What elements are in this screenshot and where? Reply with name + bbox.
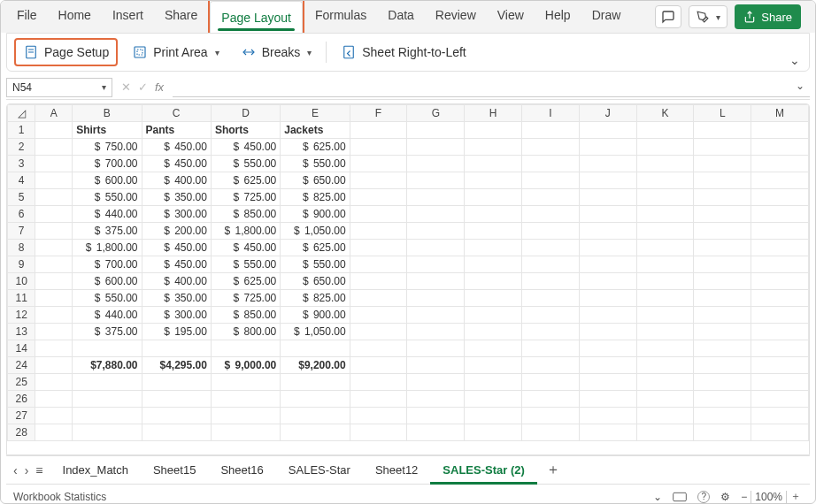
- cell[interactable]: $1,800.00: [211, 223, 280, 240]
- cell[interactable]: $650.00: [281, 273, 350, 290]
- cell[interactable]: [465, 189, 522, 206]
- cell[interactable]: [579, 122, 636, 139]
- enter-formula-icon[interactable]: ✓: [138, 80, 148, 94]
- tab-share[interactable]: Share: [154, 0, 208, 31]
- cell[interactable]: [211, 340, 280, 357]
- spreadsheet-grid[interactable]: ◿ABCDEFGHIJKLM1ShirtsPantsShortsJackets2…: [6, 103, 810, 455]
- cell[interactable]: [521, 290, 579, 307]
- cell[interactable]: [579, 424, 636, 441]
- cell[interactable]: [142, 340, 211, 357]
- cell[interactable]: [751, 122, 809, 139]
- comments-button[interactable]: [655, 5, 681, 28]
- cell[interactable]: $625.00: [211, 172, 280, 189]
- row-header[interactable]: 28: [8, 424, 35, 441]
- cell[interactable]: [694, 357, 751, 374]
- cell[interactable]: [73, 340, 142, 357]
- col-header[interactable]: A: [35, 105, 73, 122]
- cell[interactable]: [636, 357, 694, 374]
- cell[interactable]: [751, 189, 809, 206]
- cell[interactable]: [281, 391, 350, 408]
- row-header[interactable]: 3: [8, 156, 35, 172]
- col-header[interactable]: B: [73, 105, 142, 122]
- cell[interactable]: [521, 424, 579, 441]
- cell[interactable]: [350, 240, 407, 256]
- cell[interactable]: [35, 324, 73, 340]
- editing-mode-button[interactable]: ▾: [689, 5, 727, 28]
- cell[interactable]: [636, 340, 694, 357]
- print-area-button[interactable]: Print Area ▾: [125, 38, 226, 66]
- keyboard-icon[interactable]: [673, 492, 687, 502]
- cell[interactable]: [579, 290, 636, 307]
- workbook-statistics[interactable]: Workbook Statistics: [6, 491, 653, 503]
- cell[interactable]: [281, 340, 350, 357]
- cell[interactable]: [751, 156, 809, 172]
- cell[interactable]: [579, 206, 636, 223]
- cell[interactable]: [35, 357, 73, 374]
- cell[interactable]: [751, 357, 809, 374]
- all-sheets-button[interactable]: ≡: [35, 463, 42, 477]
- row-header[interactable]: 2: [8, 139, 35, 156]
- cell[interactable]: [636, 374, 694, 391]
- cell[interactable]: [350, 172, 407, 189]
- cell[interactable]: $375.00: [73, 324, 142, 340]
- cell[interactable]: [142, 374, 211, 391]
- cell[interactable]: [579, 307, 636, 324]
- cell[interactable]: [636, 290, 694, 307]
- cell[interactable]: [751, 408, 809, 424]
- cell[interactable]: $700.00: [73, 156, 142, 172]
- tab-file[interactable]: File: [6, 0, 48, 31]
- cell[interactable]: [350, 273, 407, 290]
- col-header[interactable]: E: [281, 105, 350, 122]
- cell[interactable]: [350, 206, 407, 223]
- cell[interactable]: $900.00: [281, 307, 350, 324]
- tab-data[interactable]: Data: [377, 0, 425, 31]
- cell[interactable]: $375.00: [73, 223, 142, 240]
- cell[interactable]: [407, 223, 465, 240]
- cell[interactable]: [350, 357, 407, 374]
- zoom-out-button[interactable]: −: [741, 491, 747, 503]
- cell[interactable]: [35, 240, 73, 256]
- cell[interactable]: [521, 307, 579, 324]
- cell[interactable]: [636, 324, 694, 340]
- cell[interactable]: [521, 122, 579, 139]
- cell[interactable]: [350, 290, 407, 307]
- sheet-tab[interactable]: Index_Match: [50, 456, 141, 485]
- cell[interactable]: [579, 357, 636, 374]
- cell[interactable]: $450.00: [142, 240, 211, 256]
- collapse-ribbon-button[interactable]: ⌄: [789, 53, 800, 67]
- formula-bar-input[interactable]: ⌄: [173, 78, 810, 97]
- cell[interactable]: [35, 172, 73, 189]
- cell[interactable]: [694, 374, 751, 391]
- page-setup-button[interactable]: Page Setup: [14, 38, 118, 66]
- cell[interactable]: [751, 240, 809, 256]
- cell[interactable]: $1,050.00: [281, 223, 350, 240]
- cell[interactable]: [521, 189, 579, 206]
- cell[interactable]: [579, 340, 636, 357]
- cell[interactable]: [694, 307, 751, 324]
- cell[interactable]: $450.00: [211, 240, 280, 256]
- cell[interactable]: [694, 156, 751, 172]
- cell[interactable]: [35, 122, 73, 139]
- cell[interactable]: [35, 290, 73, 307]
- cell[interactable]: Shirts: [73, 122, 142, 139]
- cell[interactable]: [636, 424, 694, 441]
- row-header[interactable]: 13: [8, 324, 35, 340]
- cell[interactable]: [407, 156, 465, 172]
- row-header[interactable]: 26: [8, 391, 35, 408]
- cell[interactable]: $300.00: [142, 307, 211, 324]
- cell[interactable]: [465, 240, 522, 256]
- feedback-icon[interactable]: ⚙: [720, 491, 730, 503]
- cell[interactable]: [35, 374, 73, 391]
- cell[interactable]: [521, 139, 579, 156]
- cell[interactable]: [694, 424, 751, 441]
- cell[interactable]: [636, 307, 694, 324]
- cell[interactable]: [35, 273, 73, 290]
- cell[interactable]: [579, 273, 636, 290]
- cell[interactable]: $1,800.00: [73, 240, 142, 256]
- sheet-rtl-button[interactable]: Sheet Right-to-Left: [334, 38, 473, 66]
- cell[interactable]: [35, 156, 73, 172]
- cell[interactable]: $550.00: [211, 256, 280, 273]
- cell[interactable]: $7,880.00: [73, 357, 142, 374]
- col-header[interactable]: K: [636, 105, 694, 122]
- share-button[interactable]: Share: [735, 4, 801, 29]
